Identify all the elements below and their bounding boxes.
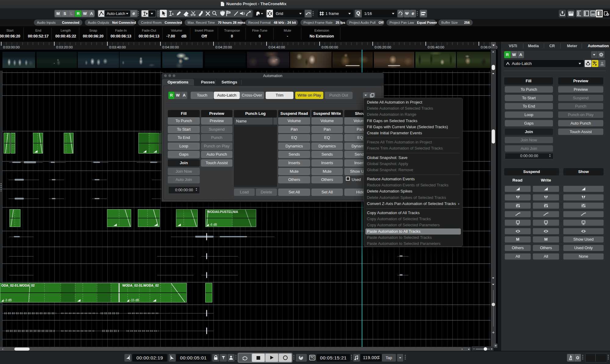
svg-text:a: a (172, 12, 174, 16)
